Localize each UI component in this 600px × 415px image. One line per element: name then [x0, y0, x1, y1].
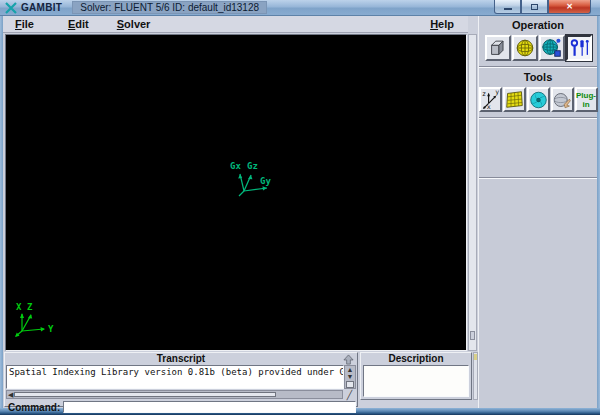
transcript-horizontal-scrollbar[interactable]: ◀	[6, 390, 343, 399]
command-label: Command:	[6, 402, 63, 413]
scroll-up-icon[interactable]: ▲	[347, 366, 354, 373]
operation-title: Operation	[479, 16, 597, 31]
gambit-window: GAMBIT Solver: FLUENT 5/6 ID: default_id…	[0, 0, 600, 415]
title-bar: GAMBIT Solver: FLUENT 5/6 ID: default_id…	[0, 0, 600, 16]
view-axis-y-label: Y	[48, 324, 54, 334]
svg-text:x: x	[486, 103, 490, 110]
zones-button[interactable]	[539, 35, 565, 61]
view-axis-triad: X Z Y	[12, 301, 58, 339]
zones-mesh-icon	[541, 37, 563, 59]
transcript-resize-handle[interactable]: ╱	[343, 390, 356, 400]
command-row: Command:	[6, 400, 356, 414]
vertical-scroll-thumb[interactable]	[346, 381, 354, 388]
global-axis-x-label: Gx	[230, 161, 241, 171]
transcript-raise-button[interactable]	[342, 353, 355, 365]
subpad-empty-area	[479, 119, 597, 177]
view-axis-z-label: Z	[27, 302, 33, 312]
coordinate-system-button[interactable]: zyx	[479, 87, 502, 112]
menu-help[interactable]: Help	[424, 17, 460, 31]
tools-title: Tools	[479, 68, 597, 83]
operation-buttons	[479, 35, 597, 61]
transcript-hscroll-row: ◀ ╱	[6, 390, 356, 399]
grid-tool-button[interactable]	[503, 87, 526, 112]
global-axis-y-label: Gy	[260, 176, 271, 186]
scroll-left-icon[interactable]: ◀	[7, 391, 14, 398]
description-sash-handle[interactable]	[474, 354, 477, 360]
description-content	[363, 365, 469, 397]
transcript-body: Spatial Indexing Library version 0.81b (…	[6, 365, 356, 389]
menu-edit[interactable]: Edit	[62, 17, 95, 31]
window-controls: ✕	[494, 0, 591, 14]
menu-file[interactable]: File	[9, 17, 40, 31]
geometry-button[interactable]	[485, 35, 511, 61]
transcript-vertical-scrollbar[interactable]: ▲ ▼	[344, 365, 356, 389]
cleanup-tool-button[interactable]	[551, 87, 574, 112]
turbo-fan-icon	[529, 90, 548, 110]
transcript-title: Transcript	[5, 353, 357, 365]
menu-bar: File Edit Solver Help	[3, 16, 468, 33]
grid-face-icon	[505, 89, 524, 110]
description-title: Description	[361, 353, 471, 365]
minimize-button[interactable]	[494, 0, 521, 14]
operation-panel: Operation	[478, 16, 597, 408]
global-axis-triad: Gx Gz Gy	[229, 161, 277, 199]
client-area: File Edit Solver Help	[3, 16, 597, 408]
description-sash[interactable]	[473, 352, 478, 400]
horizontal-scroll-thumb[interactable]	[14, 392, 275, 397]
tools-icon	[568, 37, 590, 59]
command-input[interactable]	[63, 401, 356, 413]
panel-divider	[479, 177, 597, 179]
svg-text:y: y	[495, 89, 499, 96]
menu-solver[interactable]: Solver	[111, 17, 157, 31]
scroll-down-icon[interactable]: ▼	[347, 373, 354, 380]
close-button[interactable]: ✕	[548, 0, 591, 14]
transcript-text[interactable]: Spatial Indexing Library version 0.81b (…	[6, 365, 344, 389]
sash-handle[interactable]	[470, 331, 475, 340]
tools-buttons: zyx	[479, 87, 597, 112]
raise-arrow-icon	[343, 354, 354, 365]
plugin-button[interactable]: Plug-in	[575, 87, 598, 112]
mesh-button[interactable]	[512, 35, 538, 61]
plugin-button-label: Plug-in	[576, 91, 596, 109]
maximize-button[interactable]	[521, 0, 548, 14]
global-axis-z-label: Gz	[247, 161, 258, 171]
window-title: GAMBIT	[21, 2, 62, 13]
gambit-logo-icon	[5, 2, 17, 14]
solver-id-label: Solver: FLUENT 5/6 ID: default_id13128	[72, 1, 267, 14]
coordinate-system-icon: zyx	[481, 89, 500, 110]
geometry-cube-icon	[487, 37, 509, 59]
turbo-tool-button[interactable]	[527, 87, 550, 112]
cleanup-sphere-icon	[553, 90, 572, 110]
transcript-header: Transcript	[5, 353, 357, 365]
graphics-viewport[interactable]: Gx Gz Gy	[5, 34, 467, 351]
tools-button[interactable]	[566, 35, 592, 61]
transcript-panel: Transcript Spatial Indexing Library vers…	[4, 352, 358, 407]
view-axis-x-label: X	[16, 302, 22, 312]
svg-text:z: z	[481, 90, 485, 98]
viewport-panel-sash[interactable]	[468, 34, 477, 351]
description-panel: Description	[360, 352, 472, 400]
mesh-sphere-icon	[514, 37, 536, 59]
